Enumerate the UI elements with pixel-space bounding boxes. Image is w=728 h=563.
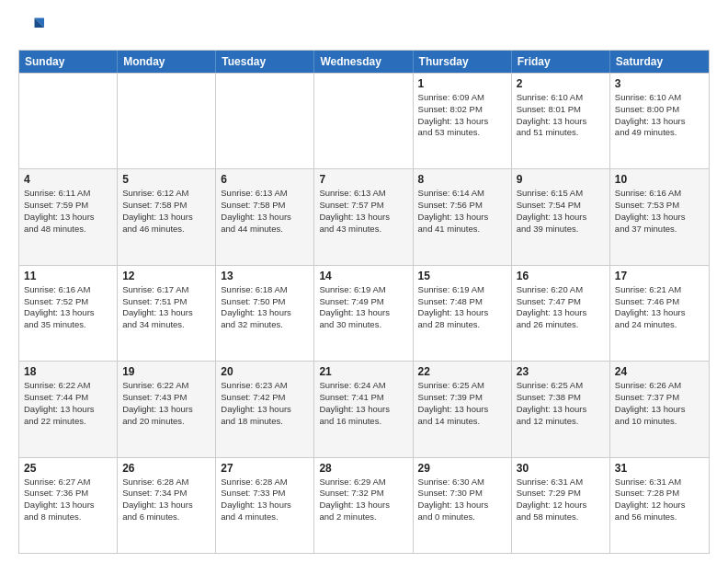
day-header-thursday: Thursday (414, 51, 512, 73)
day-number: 30 (517, 462, 605, 475)
week-row-4: 18Sunrise: 6:22 AM Sunset: 7:44 PM Dayli… (19, 361, 709, 456)
empty-cell (118, 74, 216, 168)
day-number: 6 (221, 173, 309, 186)
day-cell-15: 15Sunrise: 6:19 AM Sunset: 7:48 PM Dayli… (414, 266, 512, 361)
day-number: 23 (517, 365, 605, 378)
empty-cell (314, 74, 413, 168)
day-info: Sunrise: 6:24 AM Sunset: 7:41 PM Dayligh… (319, 380, 407, 427)
day-header-wednesday: Wednesday (314, 51, 413, 73)
day-number: 8 (418, 173, 506, 186)
day-info: Sunrise: 6:10 AM Sunset: 8:01 PM Dayligh… (517, 92, 605, 139)
day-cell-23: 23Sunrise: 6:25 AM Sunset: 7:38 PM Dayli… (512, 362, 610, 456)
calendar-header-row: SundayMondayTuesdayWednesdayThursdayFrid… (19, 51, 709, 73)
logo-icon (18, 15, 44, 40)
week-row-1: 1Sunrise: 6:09 AM Sunset: 8:02 PM Daylig… (19, 73, 709, 168)
day-info: Sunrise: 6:30 AM Sunset: 7:30 PM Dayligh… (418, 477, 506, 523)
day-cell-26: 26Sunrise: 6:28 AM Sunset: 7:34 PM Dayli… (118, 458, 216, 553)
day-number: 15 (418, 270, 506, 282)
day-cell-17: 17Sunrise: 6:21 AM Sunset: 7:46 PM Dayli… (610, 266, 709, 361)
day-number: 19 (122, 365, 210, 378)
day-number: 2 (517, 77, 605, 90)
day-cell-31: 31Sunrise: 6:31 AM Sunset: 7:28 PM Dayli… (610, 458, 709, 553)
day-cell-7: 7Sunrise: 6:13 AM Sunset: 7:57 PM Daylig… (314, 169, 413, 264)
day-number: 4 (24, 173, 112, 186)
day-number: 21 (319, 365, 407, 378)
day-info: Sunrise: 6:28 AM Sunset: 7:33 PM Dayligh… (221, 477, 309, 523)
logo (18, 15, 48, 40)
day-info: Sunrise: 6:15 AM Sunset: 7:54 PM Dayligh… (517, 188, 605, 235)
day-info: Sunrise: 6:12 AM Sunset: 7:58 PM Dayligh… (122, 188, 210, 235)
day-info: Sunrise: 6:20 AM Sunset: 7:47 PM Dayligh… (517, 284, 605, 331)
day-info: Sunrise: 6:22 AM Sunset: 7:44 PM Dayligh… (24, 380, 112, 427)
day-header-friday: Friday (512, 51, 610, 73)
day-info: Sunrise: 6:13 AM Sunset: 7:57 PM Dayligh… (319, 188, 407, 235)
day-info: Sunrise: 6:17 AM Sunset: 7:51 PM Dayligh… (122, 284, 210, 331)
day-info: Sunrise: 6:09 AM Sunset: 8:02 PM Dayligh… (418, 92, 506, 139)
day-info: Sunrise: 6:23 AM Sunset: 7:42 PM Dayligh… (221, 380, 309, 427)
day-cell-22: 22Sunrise: 6:25 AM Sunset: 7:39 PM Dayli… (414, 362, 512, 456)
day-info: Sunrise: 6:19 AM Sunset: 7:48 PM Dayligh… (418, 284, 506, 331)
page-header (18, 15, 710, 40)
day-info: Sunrise: 6:10 AM Sunset: 8:00 PM Dayligh… (615, 92, 704, 139)
day-cell-4: 4Sunrise: 6:11 AM Sunset: 7:59 PM Daylig… (19, 169, 118, 264)
day-cell-18: 18Sunrise: 6:22 AM Sunset: 7:44 PM Dayli… (19, 362, 118, 456)
day-number: 22 (418, 365, 506, 378)
day-number: 26 (122, 462, 210, 475)
day-cell-13: 13Sunrise: 6:18 AM Sunset: 7:50 PM Dayli… (216, 266, 314, 361)
day-cell-14: 14Sunrise: 6:19 AM Sunset: 7:49 PM Dayli… (314, 266, 413, 361)
day-header-sunday: Sunday (19, 51, 118, 73)
day-cell-6: 6Sunrise: 6:13 AM Sunset: 7:58 PM Daylig… (216, 169, 314, 264)
day-number: 10 (615, 173, 704, 186)
day-cell-24: 24Sunrise: 6:26 AM Sunset: 7:37 PM Dayli… (610, 362, 709, 456)
day-number: 11 (24, 270, 112, 282)
day-cell-12: 12Sunrise: 6:17 AM Sunset: 7:51 PM Dayli… (118, 266, 216, 361)
day-cell-27: 27Sunrise: 6:28 AM Sunset: 7:33 PM Dayli… (216, 458, 314, 553)
day-number: 18 (24, 365, 112, 378)
day-header-tuesday: Tuesday (216, 51, 314, 73)
day-number: 28 (319, 462, 407, 475)
day-cell-8: 8Sunrise: 6:14 AM Sunset: 7:56 PM Daylig… (414, 169, 512, 264)
day-number: 5 (122, 173, 210, 186)
day-cell-30: 30Sunrise: 6:31 AM Sunset: 7:29 PM Dayli… (512, 458, 610, 553)
day-number: 25 (24, 462, 112, 475)
day-cell-5: 5Sunrise: 6:12 AM Sunset: 7:58 PM Daylig… (118, 169, 216, 264)
day-info: Sunrise: 6:22 AM Sunset: 7:43 PM Dayligh… (122, 380, 210, 427)
day-info: Sunrise: 6:18 AM Sunset: 7:50 PM Dayligh… (221, 284, 309, 331)
day-info: Sunrise: 6:16 AM Sunset: 7:53 PM Dayligh… (615, 188, 704, 235)
day-cell-20: 20Sunrise: 6:23 AM Sunset: 7:42 PM Dayli… (216, 362, 314, 456)
day-cell-29: 29Sunrise: 6:30 AM Sunset: 7:30 PM Dayli… (414, 458, 512, 553)
day-number: 24 (615, 365, 704, 378)
day-cell-2: 2Sunrise: 6:10 AM Sunset: 8:01 PM Daylig… (512, 74, 610, 168)
day-info: Sunrise: 6:21 AM Sunset: 7:46 PM Dayligh… (615, 284, 704, 331)
day-info: Sunrise: 6:26 AM Sunset: 7:37 PM Dayligh… (615, 380, 704, 427)
day-info: Sunrise: 6:25 AM Sunset: 7:39 PM Dayligh… (418, 380, 506, 427)
day-number: 3 (615, 77, 704, 90)
day-header-monday: Monday (118, 51, 216, 73)
day-number: 7 (319, 173, 407, 186)
day-cell-28: 28Sunrise: 6:29 AM Sunset: 7:32 PM Dayli… (314, 458, 413, 553)
day-info: Sunrise: 6:25 AM Sunset: 7:38 PM Dayligh… (517, 380, 605, 427)
day-info: Sunrise: 6:27 AM Sunset: 7:36 PM Dayligh… (24, 477, 112, 523)
day-info: Sunrise: 6:31 AM Sunset: 7:29 PM Dayligh… (517, 477, 605, 523)
day-info: Sunrise: 6:14 AM Sunset: 7:56 PM Dayligh… (418, 188, 506, 235)
day-cell-1: 1Sunrise: 6:09 AM Sunset: 8:02 PM Daylig… (414, 74, 512, 168)
day-number: 14 (319, 270, 407, 282)
day-header-saturday: Saturday (610, 51, 709, 73)
day-cell-16: 16Sunrise: 6:20 AM Sunset: 7:47 PM Dayli… (512, 266, 610, 361)
day-number: 12 (122, 270, 210, 282)
day-cell-21: 21Sunrise: 6:24 AM Sunset: 7:41 PM Dayli… (314, 362, 413, 456)
day-info: Sunrise: 6:29 AM Sunset: 7:32 PM Dayligh… (319, 477, 407, 523)
day-cell-10: 10Sunrise: 6:16 AM Sunset: 7:53 PM Dayli… (610, 169, 709, 264)
calendar: SundayMondayTuesdayWednesdayThursdayFrid… (18, 50, 710, 554)
day-number: 9 (517, 173, 605, 186)
day-number: 29 (418, 462, 506, 475)
day-info: Sunrise: 6:13 AM Sunset: 7:58 PM Dayligh… (221, 188, 309, 235)
day-info: Sunrise: 6:31 AM Sunset: 7:28 PM Dayligh… (615, 477, 704, 523)
empty-cell (216, 74, 314, 168)
day-cell-3: 3Sunrise: 6:10 AM Sunset: 8:00 PM Daylig… (610, 74, 709, 168)
day-number: 1 (418, 77, 506, 90)
day-cell-19: 19Sunrise: 6:22 AM Sunset: 7:43 PM Dayli… (118, 362, 216, 456)
day-info: Sunrise: 6:11 AM Sunset: 7:59 PM Dayligh… (24, 188, 112, 235)
day-cell-11: 11Sunrise: 6:16 AM Sunset: 7:52 PM Dayli… (19, 266, 118, 361)
week-row-5: 25Sunrise: 6:27 AM Sunset: 7:36 PM Dayli… (19, 457, 709, 553)
